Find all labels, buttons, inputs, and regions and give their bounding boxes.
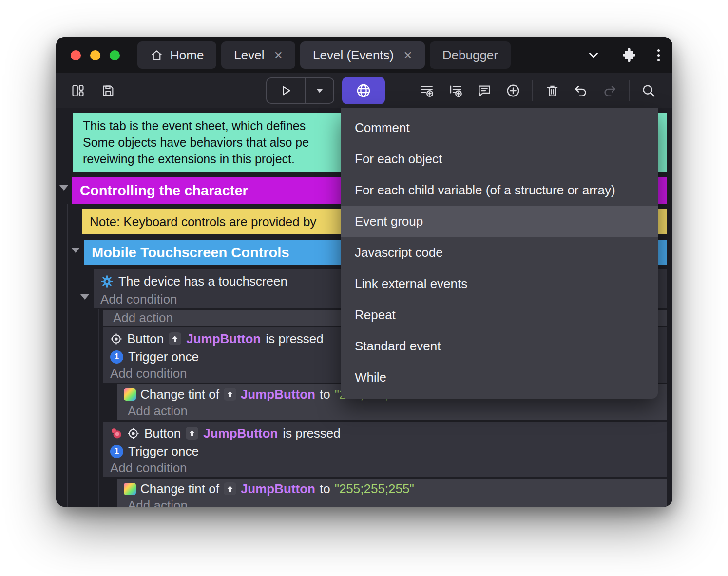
toolbar-divider (629, 80, 630, 101)
trash-icon (545, 84, 559, 98)
add-action-link[interactable]: Add action (124, 498, 661, 507)
menu-kebab-icon[interactable] (657, 49, 660, 61)
collapse-arrow-icon[interactable] (59, 185, 68, 191)
tab-label: Level (234, 48, 264, 63)
gear-icon (100, 275, 114, 288)
globe-icon (356, 83, 371, 98)
object-instance-name: JumpButton (241, 387, 315, 402)
jumpbutton-icon (186, 427, 198, 440)
action-text: to (320, 481, 330, 497)
desktop-background: Home Level × Level (Events) × Debugger (0, 0, 728, 576)
tint-value: "255;255;255" (335, 481, 414, 497)
object-text: Button (127, 331, 164, 346)
condition-text: The device has a touchscreen (118, 274, 287, 289)
menu-item-repeat[interactable]: Repeat (341, 299, 658, 330)
tab-level-events[interactable]: Level (Events) × (300, 41, 425, 69)
tab-level[interactable]: Level × (221, 41, 295, 69)
tint-image-icon (124, 388, 136, 401)
undo-button[interactable] (569, 79, 593, 102)
toolbar-edit-group (540, 79, 621, 102)
layout-panels-icon (71, 84, 85, 97)
add-button[interactable] (501, 79, 525, 102)
save-icon (101, 84, 115, 97)
touch-object-icon (110, 427, 122, 440)
menu-item-standard-event[interactable]: Standard event (341, 330, 658, 362)
object-instance-name: JumpButton (241, 481, 315, 497)
action-change-tint[interactable]: Change tint of JumpButton to "255;255;25… (117, 479, 667, 507)
close-window-button[interactable] (71, 50, 81, 60)
condition-text: Trigger once (128, 444, 199, 459)
redo-icon (602, 83, 617, 98)
jumpbutton-icon (224, 388, 236, 401)
note-text: Note: Keyboard controls are provided by (90, 214, 316, 230)
jumpbutton-icon (224, 482, 236, 495)
addons-puzzle-icon[interactable] (621, 47, 637, 63)
undo-icon (574, 83, 588, 98)
tab-bar: Home Level × Level (Events) × Debugger (137, 41, 511, 69)
button-object-icon (127, 427, 139, 440)
tab-home[interactable]: Home (137, 41, 216, 69)
play-icon (280, 84, 292, 97)
search-button[interactable] (637, 79, 660, 102)
object-instance-name: JumpButton (186, 331, 261, 346)
close-tab-icon[interactable]: × (403, 48, 412, 62)
collapse-arrow-icon[interactable] (80, 294, 89, 300)
titlebar-actions (586, 47, 660, 63)
redo-button[interactable] (598, 79, 621, 102)
indent-guide (67, 204, 68, 507)
toolbar-divider (532, 80, 533, 101)
search-icon (641, 83, 656, 98)
construct-editor-window: Home Level × Level (Events) × Debugger (56, 37, 672, 507)
condition-text: is pressed (266, 331, 324, 346)
menu-item-javascript-code[interactable]: Javascript code (341, 237, 658, 268)
save-button[interactable] (96, 79, 120, 102)
trigger-once-icon: 1 (110, 445, 123, 458)
chevron-down-icon[interactable] (586, 48, 601, 62)
condition-row[interactable]: 1 Trigger once (110, 443, 661, 460)
object-instance-name: JumpButton (203, 426, 278, 441)
add-event-button[interactable] (415, 79, 439, 102)
add-condition-link[interactable]: Add condition (110, 460, 661, 476)
menu-item-while[interactable]: While (341, 362, 658, 393)
toolbar-left-group (66, 79, 120, 102)
trigger-once-icon: 1 (110, 350, 123, 364)
action-text: to (320, 387, 330, 402)
object-text: Button (144, 426, 181, 441)
menu-item-event-group[interactable]: Event group (341, 206, 658, 237)
minimize-window-button[interactable] (90, 50, 100, 60)
add-action-link[interactable]: Add action (124, 403, 661, 419)
toggle-bars-button[interactable] (66, 79, 90, 102)
add-action-button[interactable] (444, 79, 467, 102)
action-row[interactable]: Change tint of JumpButton to "255;255;25… (124, 480, 661, 498)
window-controls (71, 50, 120, 60)
condition-text: Trigger once (128, 349, 199, 365)
condition-row[interactable]: Button JumpButton is pressed (110, 423, 661, 443)
add-comment-button[interactable] (473, 79, 496, 102)
action-text: Change tint of (140, 481, 219, 497)
main-toolbar (56, 73, 672, 108)
close-tab-icon[interactable]: × (274, 48, 283, 62)
add-event-context-menu: Comment For each object For each child v… (341, 108, 658, 399)
delete-button[interactable] (540, 79, 564, 102)
menu-item-comment[interactable]: Comment (341, 112, 658, 143)
debug-globe-button[interactable] (342, 77, 385, 104)
group-title: Controlling the character (80, 183, 248, 199)
home-icon (150, 49, 163, 62)
tab-label: Level (Events) (313, 48, 394, 63)
plus-circle-icon (506, 83, 520, 98)
comment-bubble-icon (477, 83, 492, 98)
condition-text: is pressed (283, 426, 341, 441)
menu-item-for-each-child-variable[interactable]: For each child variable (of a structure … (341, 174, 658, 206)
menu-item-link-external-events[interactable]: Link external events (341, 268, 658, 299)
zoom-window-button[interactable] (110, 50, 120, 60)
event-jumpbutton-pressed-touch[interactable]: Button JumpButton is pressed 1 Trigger o… (103, 422, 667, 477)
collapse-arrow-icon[interactable] (71, 248, 80, 253)
preview-options-dropdown[interactable] (306, 78, 333, 103)
titlebar: Home Level × Level (Events) × Debugger (56, 37, 672, 73)
menu-item-for-each-object[interactable]: For each object (341, 143, 658, 174)
indent-guide (98, 309, 99, 507)
add-event-icon (420, 83, 434, 98)
tint-image-icon (124, 483, 136, 495)
tab-debugger[interactable]: Debugger (430, 41, 511, 69)
preview-button[interactable] (267, 78, 306, 103)
